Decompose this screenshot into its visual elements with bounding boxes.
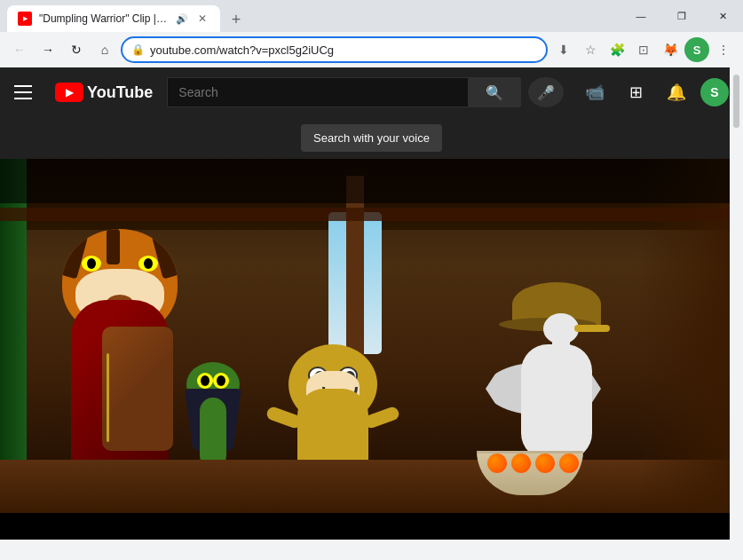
video-scene — [0, 159, 743, 513]
monkey-arm-right — [363, 406, 401, 430]
tiger-character — [53, 229, 195, 477]
download-button[interactable]: ⬇ — [551, 37, 576, 62]
create-button[interactable]: 📹 — [578, 75, 612, 109]
apps-button[interactable]: ⊞ — [619, 75, 652, 109]
tiger-stripe-1 — [62, 233, 88, 280]
search-icon: 🔍 — [486, 84, 503, 101]
reload-button[interactable]: ↻ — [64, 37, 89, 62]
toolbar: ← → ↻ ⌂ 🔒 youtube.com/watch?v=pxcl5g2iUC… — [0, 32, 743, 67]
scene-top-beams — [0, 159, 743, 203]
fruit-3 — [535, 454, 555, 473]
minimize-button[interactable]: — — [620, 0, 661, 32]
crane-body — [521, 344, 592, 460]
crane-head — [543, 313, 579, 344]
youtube-header-actions: 📹 ⊞ 🔔 S — [578, 75, 729, 109]
maximize-button[interactable]: ❐ — [661, 0, 702, 32]
voice-tooltip-container: Search with your voice — [0, 117, 743, 159]
voice-tooltip: Search with your voice — [301, 124, 442, 152]
tab-close-button[interactable]: ✕ — [195, 12, 209, 26]
mantis-character — [178, 362, 249, 469]
toolbar-actions: ⬇ ☆ 🧩 ⊡ 🦊 S ⋮ — [551, 37, 736, 62]
youtube-logo-text: YouTube — [87, 83, 153, 102]
crane-beak — [574, 325, 610, 332]
tab-favicon — [18, 12, 32, 26]
new-tab-button[interactable]: + — [224, 7, 249, 32]
title-bar: "Dumpling Warrior" Clip | Ku 🔊 ✕ + — ❐ ✕ — [0, 0, 743, 32]
search-input[interactable] — [167, 77, 468, 107]
tab-audio-icon: 🔊 — [176, 13, 188, 25]
back-button[interactable]: ← — [7, 37, 32, 62]
tab-title: "Dumpling Warrior" Clip | Ku — [39, 12, 169, 25]
scene-fruits — [487, 454, 579, 473]
mic-icon: 🎤 — [537, 84, 555, 101]
user-avatar[interactable]: S — [700, 78, 729, 106]
scene-table — [0, 460, 743, 513]
tiger-body — [71, 300, 169, 477]
close-button[interactable]: ✕ — [702, 0, 743, 32]
notifications-button[interactable]: 🔔 — [660, 75, 693, 109]
tiger-eye-left — [82, 256, 101, 272]
mantis-eye-right — [213, 373, 229, 389]
scrollbar[interactable] — [730, 67, 743, 560]
profile-fox-button[interactable]: 🦊 — [658, 37, 683, 62]
scene-beam — [0, 208, 743, 221]
apps-icon: ⊞ — [629, 83, 643, 102]
scrollbar-thumb[interactable] — [733, 75, 739, 128]
youtube-logo[interactable]: YouTube — [55, 83, 153, 102]
fruit-2 — [511, 454, 531, 473]
tiger-stripe-3 — [107, 229, 120, 264]
create-icon: 📹 — [585, 83, 605, 102]
url-text: youtube.com/watch?v=pxcl5g2iUCg — [150, 43, 537, 57]
youtube-header: YouTube 🔍 🎤 📹 ⊞ 🔔 S — [0, 67, 743, 117]
forward-button[interactable]: → — [36, 37, 60, 62]
tiger-eye-right — [138, 256, 158, 272]
tiger-robe-decoration — [107, 353, 109, 442]
chrome-menu-button[interactable]: ⋮ — [711, 37, 736, 62]
youtube-search-area: 🔍 🎤 — [167, 77, 564, 107]
voice-search-button[interactable]: 🎤 — [528, 77, 564, 107]
video-area[interactable] — [0, 159, 743, 513]
crane-character — [503, 282, 628, 460]
active-tab[interactable]: "Dumpling Warrior" Clip | Ku 🔊 ✕ — [7, 5, 220, 32]
window-controls: — ❐ ✕ — [620, 0, 743, 32]
search-button[interactable]: 🔍 — [468, 77, 521, 107]
cast-button[interactable]: ⊡ — [631, 37, 656, 62]
home-button[interactable]: ⌂ — [92, 37, 117, 62]
chrome-profile-button[interactable]: S — [684, 37, 709, 62]
address-bar[interactable]: 🔒 youtube.com/watch?v=pxcl5g2iUCg — [121, 36, 548, 63]
tiger-stripe-2 — [152, 233, 178, 280]
fruit-4 — [559, 454, 579, 473]
notifications-icon: 🔔 — [667, 83, 686, 102]
lock-icon: 🔒 — [131, 43, 145, 56]
fruit-1 — [487, 454, 507, 473]
hamburger-menu-button[interactable] — [14, 79, 41, 106]
mantis-body — [200, 398, 226, 469]
extensions-button[interactable]: 🧩 — [605, 37, 629, 62]
bookmark-button[interactable]: ☆ — [578, 37, 603, 62]
tiger-robe — [102, 327, 173, 451]
mantis-eye-left — [197, 373, 213, 389]
youtube-logo-icon — [55, 83, 83, 102]
video-bottom-bar — [0, 513, 743, 540]
